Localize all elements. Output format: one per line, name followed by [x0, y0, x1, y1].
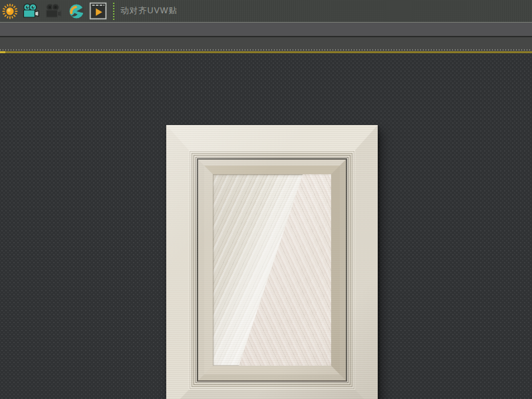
- toolbar-button-camera[interactable]: [20, 0, 43, 22]
- render-cabinet-door[interactable]: [166, 125, 378, 399]
- door-inner-molding: [198, 160, 346, 380]
- door-step-molding: [189, 150, 355, 390]
- door-outer-frame: [166, 125, 378, 399]
- toolbar-button-camera-off[interactable]: [43, 0, 65, 22]
- door-center-panel: [213, 174, 331, 366]
- app-window: 动对齐UVW贴: [0, 0, 532, 399]
- toolbar-label: 动对齐UVW贴: [120, 5, 178, 17]
- main-toolbar: 动对齐UVW贴: [0, 0, 532, 23]
- toolbar-button-play-preview[interactable]: [88, 0, 108, 22]
- track-bar: [0, 37, 532, 51]
- video-camera-icon: [21, 2, 41, 21]
- video-camera-off-icon: [44, 2, 64, 21]
- toolbar-separator: [113, 3, 114, 20]
- sun-icon: [1, 3, 19, 20]
- play-preview-window-icon: [89, 2, 107, 20]
- timeline-ticks: [0, 49, 532, 51]
- panel-grain-chevron: [213, 174, 331, 366]
- toolbar-button-sunlight[interactable]: [0, 0, 20, 22]
- toolbar-button-swirl[interactable]: [65, 0, 88, 22]
- time-slider-band: [0, 23, 532, 36]
- viewport[interactable]: [0, 53, 532, 399]
- door-panel-bevel: [204, 166, 340, 374]
- wave-swirl-icon: [66, 2, 86, 21]
- door-groove: [197, 158, 347, 382]
